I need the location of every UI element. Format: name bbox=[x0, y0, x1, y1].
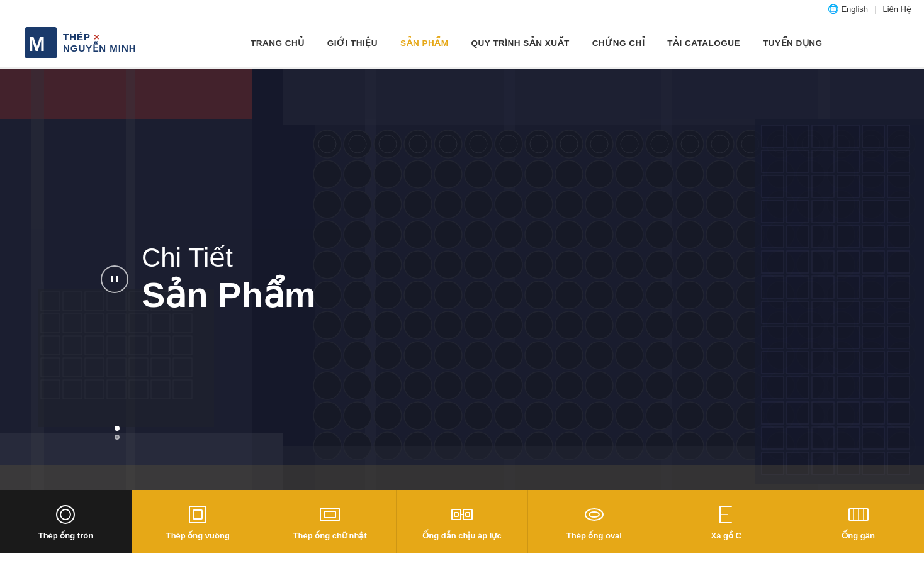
pressure-pipe-icon bbox=[451, 503, 473, 526]
category-ong-oval-label: Thép ống oval bbox=[566, 531, 622, 540]
category-ong-gan-label: Ống gân bbox=[842, 531, 875, 540]
nav-home[interactable]: TRANG CHỦ bbox=[251, 38, 305, 48]
svg-point-381 bbox=[60, 509, 70, 520]
nav-about[interactable]: GIỚI THIỆU bbox=[327, 38, 378, 48]
svg-rect-379 bbox=[116, 276, 118, 282]
c-channel-icon bbox=[715, 503, 738, 526]
logo-svg: M bbox=[25, 27, 57, 58]
nav-process[interactable]: QUY TRÌNH SẢN XUẤT bbox=[471, 38, 570, 48]
hero-text: Chi Tiết Sản Phẩm bbox=[142, 242, 315, 316]
logo-text: THÉP × NGUYỄN MINH bbox=[63, 31, 137, 54]
category-bar: Thép ống tròn Thép ống vuông Thép ống ch… bbox=[0, 490, 924, 553]
nav-certs[interactable]: CHỨNG CHỈ bbox=[592, 38, 645, 48]
svg-rect-386 bbox=[452, 509, 461, 520]
nav-catalogue[interactable]: TẢI CATALOGUE bbox=[667, 38, 740, 48]
main-nav: TRANG CHỦ GIỚI THIỆU SẢN PHẨM QUY TRÌNH … bbox=[174, 38, 899, 48]
rect-pipe-icon bbox=[318, 503, 341, 526]
square-pipe-icon bbox=[186, 503, 209, 526]
category-ong-vuong-label: Thép ống vuông bbox=[166, 531, 230, 540]
contact-link[interactable]: Liên Hệ bbox=[882, 4, 911, 14]
category-xa-go-c-label: Xà gồ C bbox=[711, 531, 741, 540]
svg-rect-384 bbox=[320, 508, 339, 521]
svg-rect-382 bbox=[189, 506, 206, 523]
oval-pipe-icon bbox=[583, 503, 606, 526]
language-link[interactable]: English bbox=[841, 4, 868, 14]
category-ong-vuong[interactable]: Thép ống vuông bbox=[132, 490, 264, 553]
dot-1[interactable] bbox=[115, 426, 120, 431]
svg-rect-378 bbox=[111, 276, 113, 282]
pipes-pattern bbox=[0, 69, 924, 490]
ribbed-pipe-icon bbox=[847, 503, 870, 526]
category-ong-oval[interactable]: Thép ống oval bbox=[528, 490, 660, 553]
pause-icon bbox=[110, 275, 119, 284]
hero-section: Chi Tiết Sản Phẩm bbox=[0, 69, 924, 490]
hero-pause-button[interactable] bbox=[101, 265, 128, 293]
category-ong-chunhat-label: Thép ống chữ nhật bbox=[293, 531, 367, 540]
svg-rect-385 bbox=[324, 511, 335, 518]
category-ong-gan[interactable]: Ống gân bbox=[792, 490, 924, 553]
divider: | bbox=[874, 4, 876, 14]
nav-products[interactable]: SẢN PHẨM bbox=[400, 38, 449, 48]
header: M THÉP × NGUYỄN MINH TRANG CHỦ GIỚI THIỆ… bbox=[0, 18, 924, 69]
hero-subtitle: Chi Tiết bbox=[142, 242, 315, 274]
svg-point-391 bbox=[585, 509, 603, 520]
svg-rect-376 bbox=[0, 69, 924, 490]
top-bar: 🌐 English | Liên Hệ bbox=[0, 0, 924, 18]
svg-text:M: M bbox=[28, 33, 45, 55]
logo-line2: NGUYỄN MINH bbox=[63, 43, 137, 54]
category-ong-chunhat[interactable]: Thép ống chữ nhật bbox=[264, 490, 397, 553]
category-ong-tron-label: Thép ống tròn bbox=[38, 531, 93, 540]
category-ong-apluc-label: Ống dẫn chịu áp lực bbox=[422, 531, 501, 540]
hero-background bbox=[0, 69, 924, 490]
globe-icon: 🌐 bbox=[828, 4, 838, 14]
svg-rect-377 bbox=[0, 465, 924, 490]
dot-2[interactable] bbox=[115, 435, 120, 440]
svg-rect-383 bbox=[193, 510, 202, 519]
category-ong-apluc[interactable]: Ống dẫn chịu áp lực bbox=[397, 490, 529, 553]
svg-rect-389 bbox=[454, 513, 458, 516]
circle-pipe-icon bbox=[54, 503, 77, 526]
nav-jobs[interactable]: TUYỂN DỤNG bbox=[763, 38, 823, 48]
category-ong-tron[interactable]: Thép ống tròn bbox=[0, 490, 132, 553]
svg-point-380 bbox=[57, 506, 74, 523]
logo-line1: THÉP × bbox=[63, 31, 137, 43]
hero-title: Sản Phẩm bbox=[142, 274, 315, 316]
svg-rect-387 bbox=[463, 509, 472, 520]
svg-rect-390 bbox=[466, 513, 470, 516]
category-xa-go-c[interactable]: Xà gồ C bbox=[660, 490, 792, 553]
slide-dots bbox=[115, 426, 120, 440]
logo[interactable]: M THÉP × NGUYỄN MINH bbox=[25, 27, 137, 58]
svg-point-392 bbox=[589, 512, 599, 517]
